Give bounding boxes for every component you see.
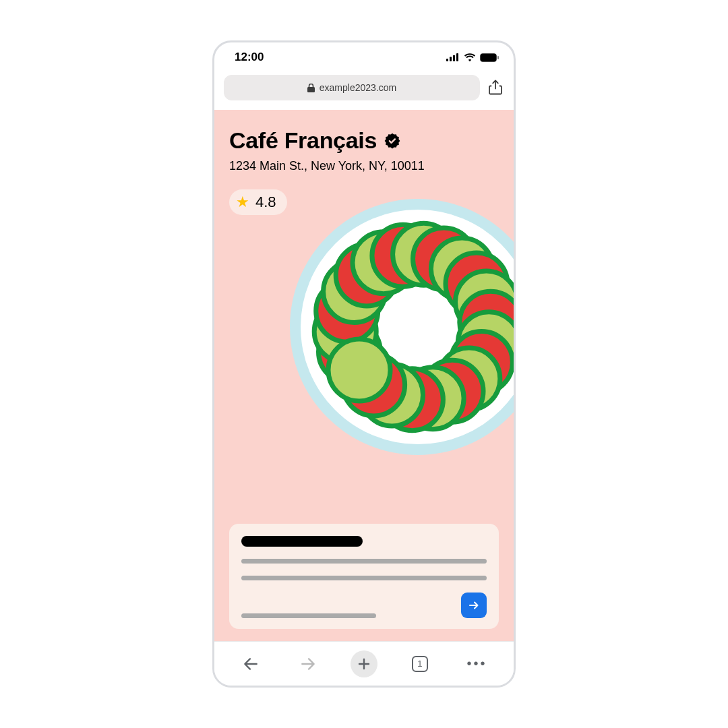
phone-frame: 12:00 example2023.com Café Français: [212, 40, 516, 688]
ratatouille-plate-icon: [283, 192, 514, 462]
status-bar: 12:00: [214, 42, 514, 72]
review-card[interactable]: [229, 524, 499, 629]
dish-illustration: [229, 215, 499, 524]
tabs-button[interactable]: 1: [405, 649, 435, 679]
page-content: Café Français 1234 Main St., New York, N…: [214, 110, 514, 641]
svg-rect-5: [481, 55, 495, 61]
new-tab-button[interactable]: [351, 650, 377, 677]
status-time: 12:00: [235, 51, 264, 64]
address-bar[interactable]: example2023.com: [224, 75, 480, 100]
review-heading-placeholder: [241, 536, 363, 547]
review-line-placeholder: [241, 559, 487, 564]
wifi-icon: [464, 53, 476, 62]
rating-badge: ★ 4.8: [229, 189, 287, 215]
svg-rect-6: [497, 56, 499, 59]
arrow-right-icon: [299, 655, 317, 673]
review-line-placeholder: [241, 576, 487, 580]
svg-rect-7: [307, 87, 315, 92]
svg-point-31: [328, 339, 390, 401]
svg-rect-2: [453, 55, 455, 61]
status-indicators: [446, 53, 499, 62]
verified-badge-icon: [384, 132, 401, 150]
restaurant-name: Café Français: [229, 127, 377, 154]
go-button[interactable]: [461, 593, 487, 618]
back-button[interactable]: [236, 649, 266, 679]
browser-bottom-nav: 1 •••: [214, 641, 514, 686]
forward-button[interactable]: [293, 649, 323, 679]
review-line-placeholder: [241, 613, 376, 618]
arrow-right-icon: [468, 599, 480, 611]
share-icon: [489, 80, 502, 96]
svg-rect-3: [456, 53, 458, 61]
battery-icon: [480, 53, 499, 62]
svg-rect-0: [446, 59, 448, 61]
lock-icon: [307, 84, 315, 92]
browser-toolbar: example2023.com: [214, 72, 514, 110]
restaurant-address: 1234 Main St., New York, NY, 10011: [229, 159, 499, 173]
more-button[interactable]: •••: [462, 649, 492, 679]
share-button[interactable]: [487, 79, 504, 96]
star-icon: ★: [236, 195, 249, 210]
tab-count: 1: [417, 659, 422, 669]
more-icon: •••: [467, 656, 487, 671]
svg-rect-1: [450, 57, 452, 61]
rating-value: 4.8: [255, 193, 276, 211]
address-bar-text: example2023.com: [320, 82, 396, 93]
arrow-left-icon: [242, 655, 260, 673]
cellular-icon: [446, 53, 460, 61]
plus-icon: [357, 657, 371, 671]
